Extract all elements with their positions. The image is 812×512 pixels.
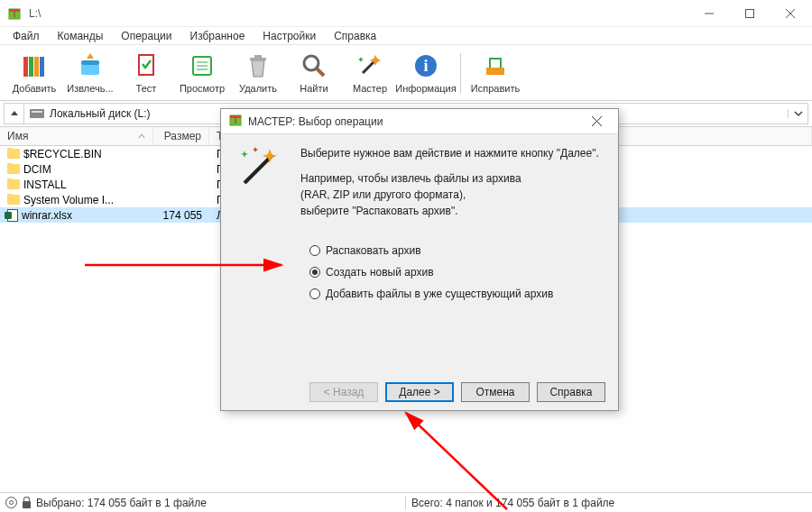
excel-icon xyxy=(7,209,18,222)
svg-point-20 xyxy=(304,56,318,70)
status-selected: Выбрано: 174 055 байт в 1 файле xyxy=(36,497,207,509)
svg-rect-1 xyxy=(9,9,20,12)
disc-icon xyxy=(5,497,17,508)
dialog-buttons: < Назад Далее > Отмена Справка xyxy=(221,374,618,410)
svg-text:i: i xyxy=(423,57,428,75)
column-size[interactable]: Размер xyxy=(153,127,209,145)
minimize-button[interactable] xyxy=(688,1,729,26)
toolbar-extract[interactable]: Извлечь... xyxy=(63,48,117,98)
radio-group: Распаковать архив Создать новый архив До… xyxy=(309,244,600,300)
sort-indicator-icon xyxy=(138,133,145,140)
menu-commands[interactable]: Команды xyxy=(51,28,111,44)
extract-icon xyxy=(76,51,105,80)
wand-icon xyxy=(235,145,282,192)
search-icon xyxy=(300,51,328,80)
svg-rect-27 xyxy=(230,115,241,118)
svg-rect-28 xyxy=(235,118,236,123)
radio-icon xyxy=(309,245,320,256)
test-icon xyxy=(132,51,161,80)
radio-create[interactable]: Создать новый архив xyxy=(309,266,600,279)
column-name[interactable]: Имя xyxy=(0,127,153,145)
back-button: < Назад xyxy=(309,382,378,402)
svg-rect-2 xyxy=(14,12,15,17)
repair-icon xyxy=(481,51,510,80)
svg-rect-11 xyxy=(81,64,99,75)
status-total: Всего: 4 папок и 174 055 байт в 1 файле xyxy=(411,497,614,509)
folder-icon xyxy=(7,164,20,174)
svg-rect-19 xyxy=(254,55,262,58)
svg-line-31 xyxy=(245,156,272,183)
wizard-dialog: МАСТЕР: Выбор операции Выберите нужное в… xyxy=(220,108,619,411)
svg-rect-4 xyxy=(745,9,753,17)
svg-rect-9 xyxy=(34,57,39,77)
up-button[interactable] xyxy=(5,104,24,123)
toolbar-repair[interactable]: Исправить xyxy=(468,48,522,98)
folder-icon xyxy=(7,195,20,205)
radio-icon xyxy=(309,267,320,278)
toolbar-delete[interactable]: Удалить xyxy=(231,48,285,98)
titlebar: L:\ xyxy=(0,0,812,27)
svg-rect-25 xyxy=(486,68,504,75)
maximize-button[interactable] xyxy=(729,1,770,26)
toolbar-add[interactable]: Добавить xyxy=(7,48,61,98)
dialog-instruction: Выберите нужное вам действие и нажмите к… xyxy=(300,145,600,219)
view-icon xyxy=(188,51,217,80)
toolbar-find[interactable]: Найти xyxy=(287,48,341,98)
toolbar-info[interactable]: i Информация xyxy=(399,48,453,98)
toolbar: Добавить Извлечь... Тест Просмотр Удалит… xyxy=(0,45,812,101)
winrar-icon xyxy=(7,6,22,21)
lock-icon xyxy=(23,501,31,508)
radio-extract[interactable]: Распаковать архив xyxy=(309,244,600,257)
svg-rect-7 xyxy=(23,57,28,77)
svg-rect-18 xyxy=(250,58,266,60)
dialog-titlebar[interactable]: МАСТЕР: Выбор операции xyxy=(221,109,618,134)
folder-icon xyxy=(7,149,20,159)
window-title: L:\ xyxy=(29,7,41,20)
books-icon xyxy=(20,51,49,80)
trash-icon xyxy=(244,51,272,80)
radio-add[interactable]: Добавить файлы в уже существующий архив xyxy=(309,288,600,300)
dialog-close-button[interactable] xyxy=(578,111,614,133)
menu-file[interactable]: Файл xyxy=(5,28,47,44)
menu-help[interactable]: Справка xyxy=(327,28,383,44)
svg-rect-8 xyxy=(29,57,33,77)
drive-icon xyxy=(30,109,44,118)
svg-rect-10 xyxy=(40,57,44,77)
svg-line-21 xyxy=(317,69,324,76)
statusbar: Выбрано: 174 055 байт в 1 файле Всего: 4… xyxy=(0,492,812,512)
menubar: Файл Команды Операции Избранное Настройк… xyxy=(0,27,812,45)
chevron-down-icon[interactable] xyxy=(788,109,807,118)
cancel-button[interactable]: Отмена xyxy=(461,382,530,402)
folder-icon xyxy=(7,179,20,189)
dialog-title: МАСТЕР: Выбор операции xyxy=(248,115,383,128)
help-button[interactable]: Справка xyxy=(537,382,605,402)
toolbar-separator xyxy=(460,53,461,93)
close-button[interactable] xyxy=(770,1,810,26)
toolbar-test[interactable]: Тест xyxy=(119,48,173,98)
menu-settings[interactable]: Настройки xyxy=(255,28,323,44)
menu-favorites[interactable]: Избранное xyxy=(183,28,253,44)
toolbar-view[interactable]: Просмотр xyxy=(175,48,229,98)
svg-rect-12 xyxy=(81,60,99,65)
wand-icon xyxy=(355,51,384,80)
next-button[interactable]: Далее > xyxy=(385,382,454,402)
toolbar-wizard[interactable]: Мастер xyxy=(343,48,397,98)
menu-operations[interactable]: Операции xyxy=(114,28,179,44)
winrar-icon xyxy=(228,113,243,130)
info-icon: i xyxy=(411,51,440,80)
radio-icon xyxy=(309,288,320,299)
